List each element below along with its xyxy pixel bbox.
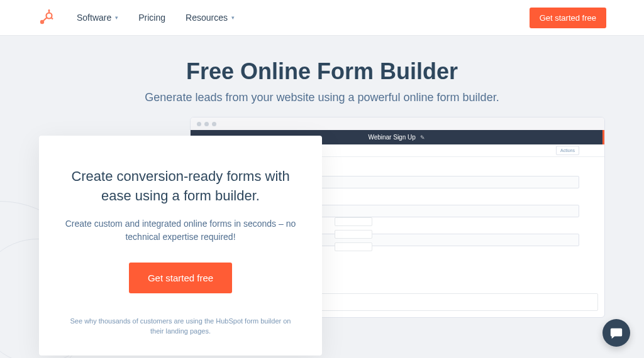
feature-card: Create conversion-ready forms with ease … bbox=[39, 136, 322, 355]
card-get-started-button[interactable]: Get started free bbox=[129, 263, 232, 293]
nav-label: Software bbox=[77, 13, 111, 23]
pencil-icon: ✎ bbox=[420, 134, 425, 141]
decorative-line bbox=[335, 242, 372, 251]
svg-line-2 bbox=[43, 18, 47, 21]
main-header: Software ▾ Pricing Resources ▾ Get start… bbox=[0, 0, 644, 36]
hero-section: Free Online Form Builder Generate leads … bbox=[0, 36, 644, 117]
window-control-dot bbox=[212, 122, 216, 126]
decorative-lines bbox=[335, 217, 372, 255]
header-get-started-button[interactable]: Get started free bbox=[530, 8, 606, 28]
nav-label: Resources bbox=[186, 13, 228, 23]
window-chrome bbox=[191, 117, 604, 130]
nav-item-pricing[interactable]: Pricing bbox=[138, 13, 165, 23]
chat-icon bbox=[609, 326, 623, 340]
card-description: Create custom and integrated online form… bbox=[64, 217, 297, 244]
hubspot-logo-icon[interactable] bbox=[39, 9, 54, 26]
page-subtitle: Generate leads from your website using a… bbox=[133, 90, 511, 106]
nav-label: Pricing bbox=[138, 13, 165, 23]
form-title: Webinar Sign Up bbox=[368, 134, 415, 141]
nav-item-software[interactable]: Software ▾ bbox=[77, 13, 118, 23]
nav-item-resources[interactable]: Resources ▾ bbox=[186, 13, 235, 23]
chevron-down-icon: ▾ bbox=[115, 14, 118, 21]
chevron-down-icon: ▾ bbox=[231, 14, 235, 21]
decorative-line bbox=[335, 217, 372, 226]
svg-line-5 bbox=[52, 18, 53, 19]
window-control-dot bbox=[204, 122, 209, 126]
actions-button[interactable]: Actions bbox=[556, 146, 579, 155]
page-title: Free Online Form Builder bbox=[0, 58, 644, 85]
card-footnote: See why thousands of customers are using… bbox=[64, 316, 297, 337]
decorative-line bbox=[335, 230, 372, 239]
main-nav: Software ▾ Pricing Resources ▾ bbox=[77, 13, 235, 23]
window-control-dot bbox=[197, 122, 201, 126]
chat-widget-button[interactable] bbox=[602, 319, 630, 347]
card-title: Create conversion-ready forms with ease … bbox=[64, 167, 297, 206]
svg-point-4 bbox=[48, 9, 50, 11]
